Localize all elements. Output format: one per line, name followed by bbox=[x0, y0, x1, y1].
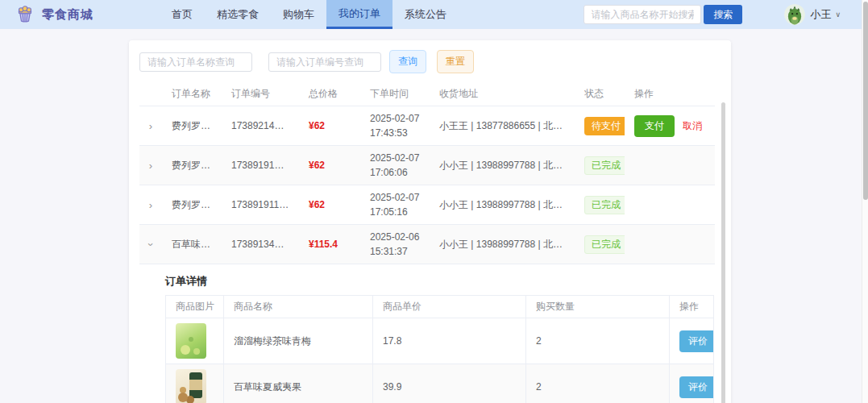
order-price: ¥62 bbox=[299, 146, 360, 185]
expand-column-header bbox=[139, 82, 162, 106]
page-body: 查询 重置 订单名称订单编号总价格下单时间收货地址状态操作 ›费列罗榛果威...… bbox=[0, 29, 868, 403]
product-image bbox=[176, 369, 206, 403]
product-name: 百草味夏威夷果 bbox=[224, 364, 373, 403]
order-filters: 查询 重置 bbox=[139, 50, 721, 73]
username: 小王 bbox=[810, 7, 831, 22]
nav-item-1[interactable]: 精选零食 bbox=[205, 0, 271, 29]
order-row: ›百草味夏威夷...1738913497477¥115.42025-02-061… bbox=[139, 225, 715, 264]
detail-column-header: 购买数量 bbox=[526, 296, 670, 318]
nav-item-0[interactable]: 首页 bbox=[160, 0, 205, 29]
order-time: 2025-02-0717:05:16 bbox=[360, 185, 430, 225]
order-row: ›费列罗榛果威...1738919166444¥622025-02-0717:0… bbox=[139, 146, 715, 185]
header-search: 搜索 bbox=[584, 0, 742, 29]
table-scrollbar-thumb[interactable] bbox=[721, 102, 725, 403]
chevron-down-icon: ∨ bbox=[835, 10, 841, 19]
order-row: ›费列罗榛果威...1738921433972¥622025-02-0717:4… bbox=[139, 106, 715, 146]
order-address: 小王王 | 13877886655 | 北京市大兴区枫... bbox=[430, 106, 575, 146]
order-actions bbox=[625, 185, 715, 225]
order-number: 1738919116577 bbox=[222, 185, 299, 225]
column-header: 状态 bbox=[575, 82, 625, 106]
detail-column-header: 商品名称 bbox=[224, 296, 373, 318]
column-header: 订单名称 bbox=[162, 82, 222, 106]
order-detail-title: 订单详情 bbox=[165, 274, 715, 289]
column-header: 订单编号 bbox=[222, 82, 299, 106]
detail-column-header: 商品单价 bbox=[373, 296, 526, 318]
cupcake-logo-icon bbox=[15, 4, 35, 25]
reset-button[interactable]: 重置 bbox=[437, 50, 474, 73]
brand[interactable]: 零食商城 bbox=[15, 0, 93, 29]
status-badge: 待支付 bbox=[584, 117, 625, 135]
page-scrollbar[interactable] bbox=[862, 0, 868, 403]
orders-table-body: ›费列罗榛果威...1738921433972¥622025-02-0717:4… bbox=[139, 106, 715, 403]
status-badge: 已完成 bbox=[584, 196, 625, 214]
orders-table: 订单名称订单编号总价格下单时间收货地址状态操作 ›费列罗榛果威...173892… bbox=[139, 82, 715, 403]
status-badge: 已完成 bbox=[584, 156, 625, 175]
order-price: ¥62 bbox=[299, 185, 360, 225]
review-button[interactable]: 评价 bbox=[679, 376, 714, 398]
order-detail-row: 订单详情商品图片商品名称商品单价购买数量操作溜溜梅绿茶味青梅17.82评价百草味… bbox=[139, 264, 715, 403]
query-button[interactable]: 查询 bbox=[389, 50, 426, 73]
column-header: 收货地址 bbox=[430, 82, 575, 106]
expand-chevron-icon[interactable]: › bbox=[149, 160, 152, 172]
order-detail-table: 商品图片商品名称商品单价购买数量操作溜溜梅绿茶味青梅17.82评价百草味夏威夷果… bbox=[165, 295, 714, 403]
order-actions bbox=[625, 225, 715, 264]
status-badge: 已完成 bbox=[584, 235, 625, 254]
order-name: 费列罗榛果威... bbox=[162, 106, 222, 146]
order-number: 1738919166444 bbox=[222, 146, 299, 185]
order-time: 2025-02-0717:43:53 bbox=[360, 106, 430, 146]
order-address: 小小王 | 13988997788 | 北京市朝阳区东... bbox=[430, 185, 575, 225]
column-header: 操作 bbox=[625, 82, 715, 106]
order-address: 小小王 | 13988997788 | 北京市朝阳区东... bbox=[430, 146, 575, 185]
order-name: 费列罗榛果威... bbox=[162, 185, 222, 225]
avatar bbox=[784, 4, 805, 25]
order-price: ¥62 bbox=[299, 106, 360, 146]
column-header: 下单时间 bbox=[360, 82, 430, 106]
detail-column-header: 操作 bbox=[670, 296, 714, 318]
product-quantity: 2 bbox=[526, 318, 670, 364]
table-header-row: 订单名称订单编号总价格下单时间收货地址状态操作 bbox=[139, 82, 715, 106]
order-name: 百草味夏威夷... bbox=[162, 225, 222, 264]
main-nav: 首页精选零食购物车我的订单系统公告 bbox=[160, 0, 459, 29]
order-actions: 支付取消 bbox=[625, 106, 715, 146]
nav-item-2[interactable]: 购物车 bbox=[271, 0, 326, 29]
order-price: ¥115.4 bbox=[299, 225, 360, 264]
order-name-filter-input[interactable] bbox=[139, 52, 252, 72]
page: 零食商城 首页精选零食购物车我的订单系统公告 搜索 小王 ∨ bbox=[0, 0, 868, 403]
product-price: 39.9 bbox=[373, 364, 526, 403]
table-scrollbar[interactable] bbox=[721, 102, 725, 403]
detail-product-row: 百草味夏威夷果39.92评价 bbox=[166, 364, 714, 403]
order-time: 2025-02-0717:06:06 bbox=[360, 146, 430, 185]
expand-chevron-icon[interactable]: › bbox=[149, 120, 152, 132]
product-image bbox=[176, 323, 206, 359]
expand-chevron-icon[interactable]: › bbox=[145, 243, 157, 246]
order-number: 1738921433972 bbox=[222, 106, 299, 146]
product-quantity: 2 bbox=[526, 364, 670, 403]
order-number: 1738913497477 bbox=[222, 225, 299, 264]
pay-button[interactable]: 支付 bbox=[634, 115, 675, 137]
order-number-filter-input[interactable] bbox=[268, 52, 381, 72]
order-address: 小小王 | 13988997788 | 北京市朝阳区东... bbox=[430, 225, 575, 264]
nav-item-4[interactable]: 系统公告 bbox=[392, 0, 459, 29]
page-scrollbar-thumb[interactable] bbox=[863, 2, 868, 200]
order-name: 费列罗榛果威... bbox=[162, 146, 222, 185]
search-button[interactable]: 搜索 bbox=[704, 5, 742, 24]
user-menu[interactable]: 小王 ∨ bbox=[784, 0, 841, 29]
brand-title: 零食商城 bbox=[42, 7, 93, 23]
orders-table-wrap: 订单名称订单编号总价格下单时间收货地址状态操作 ›费列罗榛果威...173892… bbox=[139, 82, 721, 403]
nav-item-3[interactable]: 我的订单 bbox=[326, 0, 392, 29]
order-row: ›费列罗榛果威...1738919116577¥622025-02-0717:0… bbox=[139, 185, 715, 225]
search-input[interactable] bbox=[584, 5, 701, 24]
product-name: 溜溜梅绿茶味青梅 bbox=[224, 318, 373, 364]
order-time: 2025-02-0615:31:37 bbox=[360, 225, 430, 264]
expand-chevron-icon[interactable]: › bbox=[149, 199, 152, 211]
orders-card: 查询 重置 订单名称订单编号总价格下单时间收货地址状态操作 ›费列罗榛果威...… bbox=[129, 40, 731, 403]
detail-column-header: 商品图片 bbox=[166, 296, 224, 318]
order-actions bbox=[625, 146, 715, 185]
review-button[interactable]: 评价 bbox=[679, 330, 714, 352]
column-header: 总价格 bbox=[299, 82, 360, 106]
detail-product-row: 溜溜梅绿茶味青梅17.82评价 bbox=[166, 318, 714, 364]
product-price: 17.8 bbox=[373, 318, 526, 364]
top-navbar: 零食商城 首页精选零食购物车我的订单系统公告 搜索 小王 ∨ bbox=[0, 0, 868, 29]
cancel-button[interactable]: 取消 bbox=[683, 120, 702, 131]
